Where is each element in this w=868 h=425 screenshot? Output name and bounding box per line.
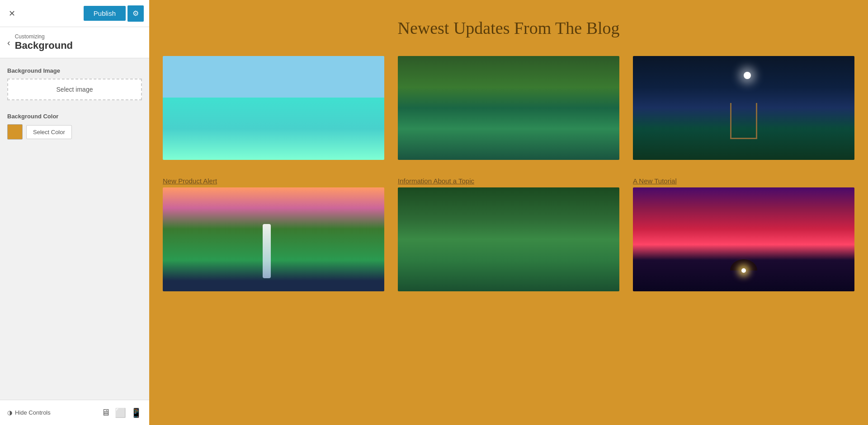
hide-controls-button[interactable]: ◑ Hide Controls: [7, 409, 51, 416]
background-color-label: Background Color: [7, 113, 142, 120]
color-swatch[interactable]: [7, 124, 23, 140]
blog-image: [163, 187, 384, 291]
blog-image: [398, 187, 619, 291]
list-item: [398, 56, 619, 160]
list-item: [163, 56, 384, 160]
background-color-section: Background Color Select Color: [7, 113, 142, 140]
mobile-icon[interactable]: 📱: [131, 407, 142, 418]
close-button[interactable]: ✕: [5, 7, 18, 20]
background-title: Background: [15, 40, 73, 51]
blog-image: [633, 187, 854, 291]
bottom-bar: ◑ Hide Controls 🖥 ⬜ 📱: [0, 400, 149, 425]
list-item: New Product Alert: [163, 173, 384, 291]
waterfall-decoration: [263, 224, 271, 278]
publish-area: Publish ⚙: [84, 5, 144, 22]
select-color-button[interactable]: Select Color: [26, 125, 72, 139]
blog-image: [398, 56, 619, 160]
left-panel: ✕ Publish ⚙ ‹ Customizing Background Bac…: [0, 0, 149, 425]
color-row: Select Color: [7, 124, 142, 140]
background-image-section: Background Image Select image: [7, 67, 142, 109]
settings-button[interactable]: ⚙: [127, 5, 144, 22]
blog-image: [163, 56, 384, 160]
hide-controls-icon: ◑: [7, 409, 12, 416]
blog-link-new-product[interactable]: New Product Alert: [163, 177, 384, 185]
dock-decoration: [730, 103, 757, 139]
blog-grid: New Product Alert Information About a To…: [163, 56, 854, 291]
light-decoration: [741, 268, 746, 273]
panel-content: Background Image Select image Background…: [0, 58, 149, 400]
select-image-button[interactable]: Select image: [7, 79, 142, 100]
back-button[interactable]: ‹: [7, 37, 10, 48]
tablet-icon[interactable]: ⬜: [115, 407, 126, 418]
preview-area: Newest Updates From The Blog New Product…: [149, 0, 868, 425]
list-item: [633, 56, 854, 160]
tree-decoration: [730, 248, 757, 271]
list-item: A New Tutorial: [633, 173, 854, 291]
preview-title: Newest Updates From The Blog: [163, 18, 854, 38]
desktop-icon[interactable]: 🖥: [101, 407, 110, 418]
breadcrumb-text: Customizing Background: [15, 33, 73, 51]
list-item: Information About a Topic: [398, 173, 619, 291]
breadcrumb-area: ‹ Customizing Background: [0, 27, 149, 58]
blog-image: [633, 56, 854, 160]
publish-button[interactable]: Publish: [84, 6, 126, 21]
hide-controls-label: Hide Controls: [15, 409, 51, 416]
device-icons: 🖥 ⬜ 📱: [101, 407, 142, 418]
blog-link-tutorial[interactable]: A New Tutorial: [633, 177, 854, 185]
moon-decoration: [744, 72, 751, 79]
top-bar: ✕ Publish ⚙: [0, 0, 149, 27]
customizing-label: Customizing: [15, 33, 73, 40]
background-image-label: Background Image: [7, 67, 142, 74]
blog-link-information[interactable]: Information About a Topic: [398, 177, 619, 185]
